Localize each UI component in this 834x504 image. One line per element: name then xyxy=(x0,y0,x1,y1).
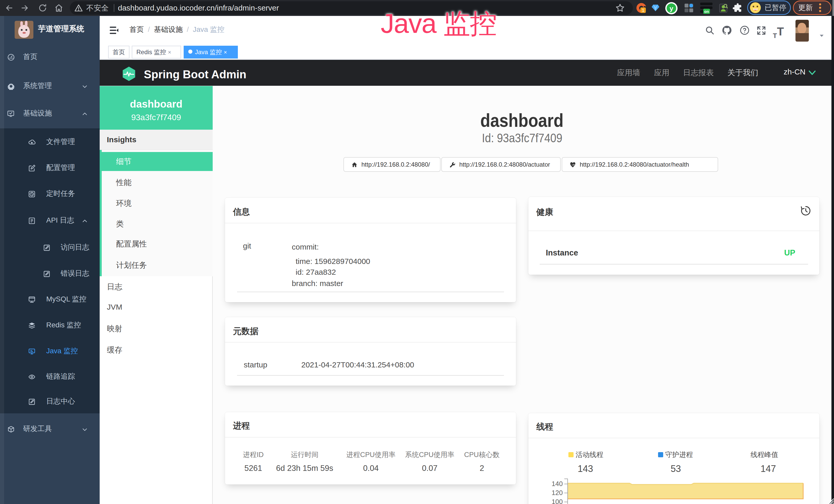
svg-text:1: 1 xyxy=(642,8,644,13)
svg-text:y: y xyxy=(670,5,674,12)
svg-text:on: on xyxy=(704,9,709,14)
